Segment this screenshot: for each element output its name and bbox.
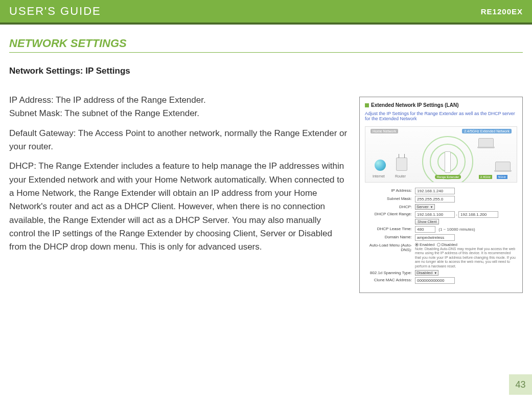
extender-icon <box>445 151 451 173</box>
mac-label: Clone MAC Address: <box>365 277 415 282</box>
ip-label: IP Address: <box>365 188 415 193</box>
content-area: NETWORK SETTINGS Network Settings: IP Se… <box>0 25 532 293</box>
page-number: 43 <box>509 374 532 395</box>
body-text: IP Address: The IP address of the Range … <box>9 94 349 293</box>
ip-address-desc: IP Address: The IP address of the Range … <box>9 95 206 105</box>
lease-input[interactable]: 480 <box>415 226 435 233</box>
paragraph-ip-subnet: IP Address: The IP address of the Range … <box>9 94 349 121</box>
row-mac: Clone MAC Address: 000000000000 <box>365 277 517 284</box>
dhcp-label: DHCP: <box>365 204 415 209</box>
row-domain: Domain Name: ampedwireless <box>365 234 517 241</box>
domain-label: Domain Name: <box>365 234 415 239</box>
ip-input[interactable]: 192.168.1.240 <box>415 188 455 194</box>
row-autodns: Auto-Load Menu (Auto-DNS): Enabled Disab… <box>365 242 517 268</box>
mac-input[interactable]: 000000000000 <box>415 277 455 284</box>
spanning-select[interactable]: Disabled <box>415 270 438 276</box>
row-spanning: 802.1d Spanning Type: Disabled <box>365 270 517 276</box>
diagram-label-internet: Internet <box>373 174 385 178</box>
laptop-icon <box>495 162 511 171</box>
paragraph-gateway: Default Gateway: The Access Point to ano… <box>9 127 349 154</box>
row-dhcp-range: DHCP Client Range: 192.168.1.100 - 192.1… <box>365 211 517 225</box>
lease-hint: (1 ~ 10080 minutes) <box>438 227 475 232</box>
page-header: USER'S GUIDE RE1200EX <box>0 0 532 25</box>
range-label: DHCP Client Range: <box>365 211 415 216</box>
diagram-label-extender: Range Extender <box>435 175 461 179</box>
subnet-desc: Subnet Mask: The subnet of the Range Ext… <box>9 108 199 118</box>
row-ip: IP Address: 192.168.1.240 <box>365 188 517 194</box>
badge-5ghz: 5GHz <box>497 175 507 179</box>
dhcp-select[interactable]: Server <box>415 204 435 210</box>
autodns-label: Auto-Load Menu (Auto-DNS): <box>365 242 415 252</box>
row-dhcp: DHCP: Server <box>365 204 517 210</box>
subnet-label: Subnet Mask: <box>365 196 415 201</box>
domain-input[interactable]: ampedwireless <box>415 234 455 241</box>
diagram-label-router: Router <box>395 174 406 178</box>
panel-marker-icon <box>365 103 369 107</box>
network-diagram: Home Network 2.4/5GHz Extended Network 2… <box>365 126 517 183</box>
settings-panel: Extended Network IP Settings (LAN) Adjus… <box>359 97 523 293</box>
body-layout: IP Address: The IP address of the Range … <box>9 94 523 293</box>
router-icon <box>396 158 407 171</box>
row-subnet: Subnet Mask: 255.255.255.0 <box>365 196 517 203</box>
subnet-input[interactable]: 255.255.255.0 <box>415 196 455 203</box>
show-client-button[interactable]: Show Client <box>415 219 439 225</box>
badge-24ghz: 2.4GHz <box>479 175 492 179</box>
row-lease: DHCP Lease Time: 480 (1 ~ 10080 minutes) <box>365 226 517 233</box>
spanning-label: 802.1d Spanning Type: <box>365 270 415 275</box>
autodns-note: Note: Disabling Auto-DNS may require tha… <box>415 247 517 268</box>
paragraph-dhcp: DHCP: The Range Extender includes a feat… <box>9 160 349 254</box>
subsection-title: Network Settings: IP Settings <box>9 66 523 76</box>
range-end-input[interactable]: 192.168.1.200 <box>458 211 498 218</box>
range-start-input[interactable]: 192.168.1.100 <box>415 211 455 218</box>
range-separator: - <box>455 212 458 217</box>
autodns-disabled-text: Disabled <box>442 242 457 247</box>
autodns-enabled-text: Enabled <box>420 242 434 247</box>
lease-label: DHCP Lease Time: <box>365 226 415 231</box>
extended-network-tag: 2.4/5GHz Extended Network <box>462 129 512 133</box>
header-model: RE1200EX <box>481 7 523 16</box>
header-title: USER'S GUIDE <box>9 5 101 18</box>
panel-header: Extended Network IP Settings (LAN) <box>365 102 517 108</box>
section-title: NETWORK SETTINGS <box>9 37 523 53</box>
autodns-disabled-radio[interactable] <box>437 243 441 246</box>
internet-icon <box>375 160 386 171</box>
panel-title: Extended Network IP Settings (LAN) <box>371 102 459 108</box>
laptop-icon <box>478 138 494 147</box>
home-network-tag: Home Network <box>371 129 398 133</box>
autodns-enabled-radio[interactable] <box>415 243 419 246</box>
panel-subtitle: Adjust the IP Settings for the Range Ext… <box>365 111 517 121</box>
